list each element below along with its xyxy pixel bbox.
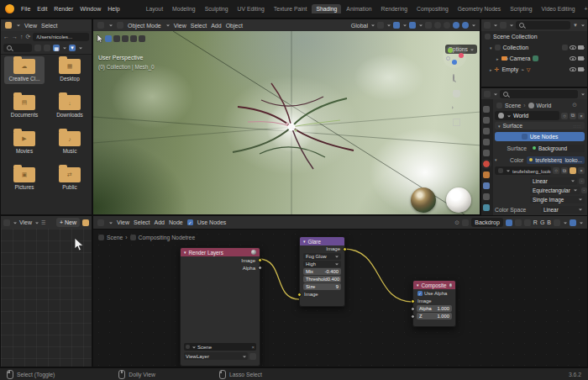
outliner-editor-type-icon[interactable] [484, 22, 491, 29]
tab-scene-icon[interactable] [483, 150, 490, 156]
disable-render-icon[interactable] [578, 45, 584, 50]
breadcrumb-world[interactable]: World [537, 103, 552, 108]
mode-selector[interactable]: Object Mode [128, 23, 161, 29]
file-browser-view-menu[interactable]: View [24, 23, 37, 29]
parent-dir-icon[interactable]: ↑ [20, 34, 24, 40]
forward-icon[interactable]: → [12, 34, 18, 40]
display-vertical-list-icon[interactable] [34, 45, 41, 51]
alpha-output-socket[interactable] [258, 266, 262, 270]
composite-node-header[interactable]: ▾ Composite [413, 281, 455, 289]
composite-alpha-slider[interactable]: Alpha1.000 [417, 305, 452, 312]
menu-window[interactable]: Window [80, 6, 101, 12]
shading-rendered-icon[interactable] [462, 22, 469, 29]
disclosure-icon[interactable]: ▸ [490, 67, 492, 72]
render-layers-node[interactable]: ▾ Render Layers Image Alpha Scene × [180, 247, 260, 367]
backdrop-channel-g-button[interactable]: G [540, 219, 544, 225]
hide-eye-icon[interactable] [570, 45, 576, 50]
view-layer-dropdown[interactable]: ViewLayer [184, 352, 248, 360]
panel-grip-icon[interactable]: :::: [573, 124, 581, 129]
surface-section-header[interactable]: ▾ Surface :::: [495, 122, 585, 129]
interpolation-dropdown[interactable]: Linear [530, 177, 577, 185]
file-browser-select-menu[interactable]: Select [41, 23, 57, 29]
outliner-row-scene-collection[interactable]: Scene Collection [481, 31, 587, 42]
gizmo-axis-y-icon[interactable] [448, 48, 453, 53]
glare-size-slider[interactable]: Size9 [303, 283, 341, 290]
parent-nodetree-icon[interactable] [462, 219, 469, 226]
image-editor-type-icon[interactable] [3, 219, 10, 226]
outliner-display-mode-icon[interactable] [500, 22, 507, 29]
snap-magnet-icon[interactable] [377, 22, 384, 29]
fake-user-icon[interactable]: ○ [553, 167, 559, 174]
backdrop-toggle-button[interactable]: Backdrop [471, 218, 503, 227]
disclosure-icon[interactable]: ▾ [495, 157, 497, 162]
render-layers-node-header[interactable]: ▾ Render Layers [181, 248, 260, 256]
viewport-object-menu[interactable]: Object [226, 23, 243, 29]
tab-compositing[interactable]: Compositing [412, 4, 453, 13]
shading-material-icon[interactable] [453, 22, 459, 29]
use-alpha-checkbox[interactable]: ✓ [417, 291, 423, 296]
back-icon[interactable]: ← [3, 34, 9, 40]
new-datablock-icon[interactable]: ⧉ [570, 113, 576, 119]
tool-cursor-icon[interactable] [113, 35, 120, 42]
unlink-datablock-icon[interactable]: × [578, 113, 585, 119]
tool-move-icon[interactable] [122, 35, 129, 42]
use-nodes-button[interactable]: Use Nodes [495, 132, 585, 141]
tab-video-editing[interactable]: Video Editing [538, 4, 580, 13]
refresh-icon[interactable]: ⟳ [26, 34, 31, 40]
filter-funnel-icon[interactable]: ▼ [69, 45, 76, 51]
navigation-gizmo[interactable] [443, 45, 466, 68]
tab-object-icon[interactable] [483, 172, 490, 178]
backdrop-channel-b-button[interactable]: B [547, 219, 551, 225]
glare-mix-slider[interactable]: Mix-0.400 [303, 268, 341, 275]
tab-modeling[interactable]: Modeling [168, 4, 200, 13]
open-image-icon[interactable] [570, 167, 576, 174]
collapse-icon[interactable]: ▾ [417, 282, 419, 288]
extra-option-icon[interactable]: · [581, 187, 587, 193]
projection-dropdown[interactable]: Equirectangular [530, 187, 580, 194]
hide-eye-icon[interactable] [570, 67, 576, 71]
display-thumbnail-icon[interactable]: ▦ [53, 45, 60, 51]
overlays-icon[interactable] [409, 22, 416, 29]
collapse-icon[interactable]: ▾ [303, 239, 306, 244]
image-output-socket[interactable] [343, 247, 347, 251]
tab-render-icon[interactable] [483, 117, 490, 124]
compositor-editor-type-icon[interactable] [97, 219, 104, 226]
gizmo-axis-x-icon[interactable] [459, 53, 464, 58]
breadcrumb-scene[interactable]: Scene [505, 103, 521, 108]
folder-item-downloads[interactable]: ↓ Downloads [50, 95, 90, 118]
folder-item-desktop[interactable]: ▦ Desktop [50, 59, 90, 82]
glare-node[interactable]: ▾ Glare Image Fog Glow High Mix-0.400 T [299, 236, 345, 307]
tab-geometry-nodes[interactable]: Geometry Nodes [454, 4, 505, 13]
tab-scripting[interactable]: Scripting [506, 4, 536, 13]
hamburger-menu-icon[interactable]: ☰ [41, 219, 45, 225]
tab-physics-icon[interactable] [483, 204, 490, 211]
node-scene-selector[interactable]: Scene × [184, 343, 256, 351]
file-browser-editor-icon[interactable] [5, 22, 12, 29]
glare-node-header[interactable]: ▾ Glare [300, 237, 344, 245]
alpha-input-socket[interactable] [411, 307, 415, 311]
folder-item-pictures[interactable]: ▣ Pictures [4, 167, 45, 190]
viewport-ortho-toggle-button[interactable] [453, 119, 460, 126]
compositor-view-menu[interactable]: View [117, 219, 129, 225]
image-input-socket[interactable] [411, 299, 415, 303]
open-image-icon[interactable] [82, 219, 89, 226]
image-output-socket[interactable] [258, 258, 262, 262]
image-datablock-selector[interactable]: teufelsberg_lookou... [495, 166, 551, 175]
disable-render-icon[interactable] [578, 56, 584, 61]
copy-datablock-icon[interactable]: ⧉ [561, 167, 568, 174]
properties-search-input[interactable] [500, 90, 578, 98]
menu-edit[interactable]: Edit [37, 6, 47, 12]
disclosure-icon[interactable]: ▾ [490, 45, 492, 50]
tab-tool-icon[interactable] [483, 106, 490, 113]
add-workspace-button[interactable]: + [580, 4, 588, 13]
new-image-button[interactable]: + New [56, 218, 80, 227]
glare-quality-dropdown[interactable]: High [303, 261, 341, 267]
gizmo-axis-neg-icon[interactable] [446, 56, 450, 61]
render-icon[interactable] [251, 250, 256, 255]
menu-file[interactable]: File [21, 6, 30, 12]
display-horizontal-list-icon[interactable] [44, 45, 50, 51]
fake-user-icon[interactable]: ○ [561, 113, 568, 119]
render-single-layer-icon[interactable] [249, 353, 256, 360]
overlays-icon[interactable] [570, 219, 576, 226]
backdrop-color-alpha-icon[interactable] [506, 219, 512, 226]
